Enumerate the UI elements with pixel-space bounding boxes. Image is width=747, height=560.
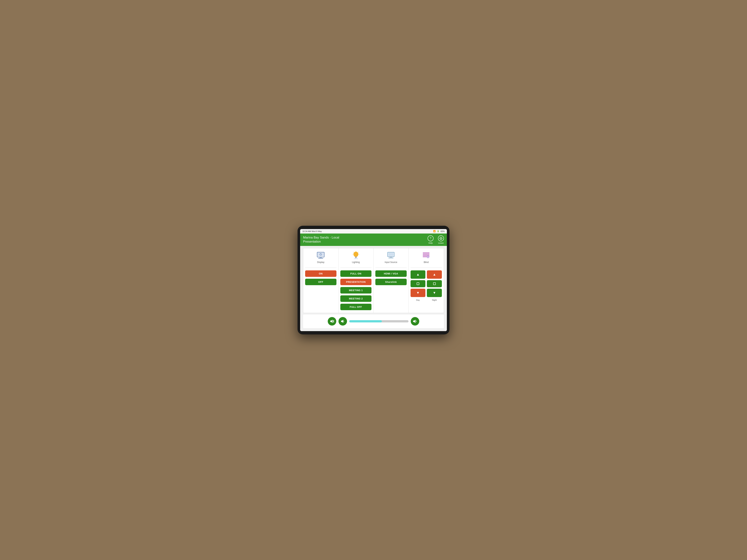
svg-rect-10 bbox=[355, 257, 357, 257]
svg-rect-25 bbox=[423, 252, 430, 254]
tablet-device: 10:34 AM Wed 8 May 📶 🔋 83% Marina Bay Sa… bbox=[298, 226, 449, 335]
status-bar: 10:34 AM Wed 8 May 📶 🔋 83% bbox=[300, 229, 447, 234]
wifi-icon: 📶 bbox=[433, 230, 436, 233]
svg-marker-40 bbox=[413, 320, 415, 323]
page-title: Marina Bay Sands - Local Presentation bbox=[303, 236, 339, 244]
blind-down-night-button[interactable]: ▼ bbox=[427, 289, 442, 297]
help-button[interactable]: ? Help bbox=[428, 235, 434, 244]
svg-point-4 bbox=[320, 258, 321, 258]
volume-down-button[interactable] bbox=[338, 317, 347, 325]
volume-fill bbox=[349, 320, 382, 322]
lighting-header: Lighting bbox=[352, 251, 360, 264]
svg-rect-32 bbox=[428, 256, 428, 256]
svg-line-14 bbox=[354, 258, 355, 259]
lighting-meeting1-button[interactable]: MEETING 1 bbox=[340, 287, 372, 294]
leave-button[interactable]: ⏻ Leave bbox=[438, 235, 444, 244]
blind-controls: ▲ ▲ ▼ ▼ bbox=[411, 270, 442, 297]
blind-stop-night-button[interactable] bbox=[427, 280, 442, 287]
lighting-fulloff-button[interactable]: FULL OFF bbox=[340, 304, 372, 310]
blind-icon bbox=[422, 251, 430, 260]
input-column: Input Source HDMI / VGA Sharelink bbox=[374, 248, 409, 313]
svg-line-17 bbox=[353, 252, 354, 252]
display-header: Display bbox=[317, 251, 325, 264]
svg-rect-1 bbox=[318, 253, 324, 256]
blind-column: Blind ▲ ▲ bbox=[409, 248, 444, 313]
display-on-button[interactable]: ON bbox=[305, 270, 336, 277]
lighting-column: Lighting FULL ON PRESENTATION MEETING 1 … bbox=[338, 248, 374, 313]
input-header: Input Source bbox=[385, 251, 397, 264]
svg-point-9 bbox=[354, 252, 358, 257]
svg-rect-35 bbox=[429, 257, 429, 257]
input-buttons: HDMI / VGA Sharelink bbox=[375, 270, 407, 285]
header-actions: ? Help ⏻ Leave bbox=[428, 235, 444, 244]
input-label: Input Source bbox=[385, 261, 397, 264]
blind-day-label: Day bbox=[411, 299, 426, 301]
hdmi-vga-button[interactable]: HDMI / VGA bbox=[375, 270, 407, 277]
blind-header: Blind bbox=[422, 251, 430, 264]
tablet-screen: 10:34 AM Wed 8 May 📶 🔋 83% Marina Bay Sa… bbox=[300, 229, 447, 331]
sharelink-button[interactable]: Sharelink bbox=[375, 279, 407, 285]
app-header: Marina Bay Sands - Local Presentation ? … bbox=[300, 234, 447, 246]
svg-rect-12 bbox=[355, 258, 357, 258]
lighting-label: Lighting bbox=[352, 261, 360, 264]
display-column: Display ON OFF bbox=[303, 248, 338, 313]
control-columns: Display ON OFF bbox=[303, 248, 444, 313]
blind-label: Blind bbox=[424, 261, 429, 264]
display-label: Display bbox=[317, 261, 325, 264]
lighting-icon bbox=[352, 251, 360, 260]
volume-mute-button[interactable] bbox=[328, 317, 336, 325]
battery-icon: 🔋 bbox=[437, 230, 439, 233]
battery-percent: 83% bbox=[441, 230, 445, 233]
svg-rect-22 bbox=[388, 253, 393, 256]
lighting-fullon-button[interactable]: FULL ON bbox=[340, 270, 372, 277]
blind-labels: Day Night bbox=[411, 299, 442, 301]
lighting-meeting2-button[interactable]: MEETING 2 bbox=[340, 295, 372, 302]
blind-up-day-button[interactable]: ▲ bbox=[411, 270, 426, 279]
svg-rect-34 bbox=[427, 257, 427, 257]
input-icon bbox=[387, 251, 395, 260]
svg-line-15 bbox=[357, 258, 358, 259]
svg-line-18 bbox=[358, 252, 359, 252]
svg-marker-39 bbox=[341, 320, 343, 323]
display-icon bbox=[317, 251, 325, 260]
status-right: 📶 🔋 83% bbox=[433, 230, 445, 233]
volume-slider[interactable] bbox=[349, 320, 409, 322]
blind-stop-day-button[interactable] bbox=[411, 280, 426, 287]
volume-section bbox=[303, 315, 444, 328]
svg-rect-11 bbox=[355, 257, 357, 258]
blind-night-label: Night bbox=[427, 299, 442, 301]
svg-point-31 bbox=[428, 257, 428, 257]
main-content: Display ON OFF bbox=[300, 246, 447, 331]
svg-rect-33 bbox=[428, 258, 428, 258]
help-icon: ? bbox=[428, 235, 434, 241]
blind-up-night-button[interactable]: ▲ bbox=[427, 270, 442, 279]
power-icon: ⏻ bbox=[438, 235, 444, 241]
display-off-button[interactable]: OFF bbox=[305, 279, 336, 285]
svg-rect-23 bbox=[390, 257, 392, 258]
status-time: 10:34 AM Wed 8 May bbox=[302, 230, 322, 233]
blind-down-day-button[interactable]: ▼ bbox=[411, 289, 426, 297]
display-buttons: ON OFF bbox=[305, 270, 336, 285]
svg-rect-26 bbox=[423, 254, 430, 255]
lighting-presentation-button[interactable]: PRESENTATION bbox=[340, 279, 372, 285]
volume-up-button[interactable] bbox=[411, 317, 419, 325]
svg-marker-36 bbox=[330, 320, 333, 323]
